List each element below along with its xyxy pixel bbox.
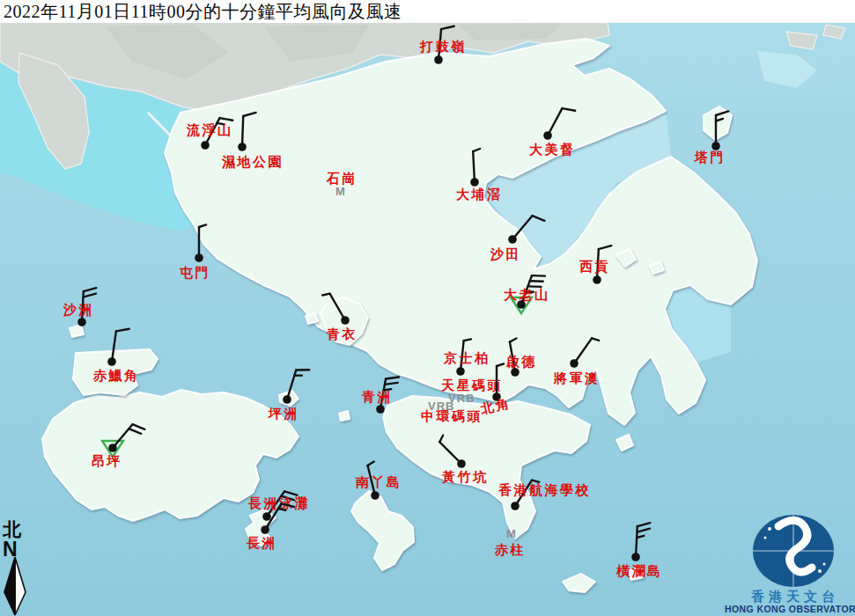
hko-logo-chinese-name: 香港天文台 xyxy=(750,589,839,604)
station-label: 沙洲 xyxy=(63,303,94,317)
station-dot xyxy=(261,525,269,534)
station-dot xyxy=(371,491,380,500)
station-label: 大美督 xyxy=(529,142,576,157)
station-marker-m: M xyxy=(506,527,517,540)
hko-logo-english-name: HONG KONG OBSERVATORY xyxy=(725,604,855,614)
station-label: 香港航海學校 xyxy=(498,482,591,497)
station-dot xyxy=(434,55,443,64)
map-title-bar: 2022年11月01日11時00分的十分鐘平均風向及風速 xyxy=(0,0,855,23)
station-dot xyxy=(201,141,210,150)
station-label: 青洲 xyxy=(361,390,393,404)
hko-logo-halftone-dot xyxy=(818,569,822,573)
station-label: 昂坪 xyxy=(92,454,122,468)
station-label: 青衣 xyxy=(326,326,357,341)
station-label: 赤鱲角 xyxy=(92,369,140,383)
station-dot xyxy=(77,318,86,326)
station-label: 將軍澳 xyxy=(553,371,601,385)
station-label: 黃竹坑 xyxy=(441,470,489,484)
wind-barb-full xyxy=(528,286,542,287)
hko-logo-halftone-dot xyxy=(764,537,767,539)
wind-barb-shaft xyxy=(242,116,243,147)
station-dot xyxy=(108,444,117,452)
station-label: 大埔滘 xyxy=(456,187,503,202)
station-label: 京士柏 xyxy=(443,351,490,365)
map-title: 2022年11月01日11時00分的十分鐘平均風向及風速 xyxy=(0,0,402,24)
station-label: 屯門 xyxy=(179,266,210,280)
station-label: 石崗 xyxy=(326,172,357,186)
station-label: 啟德 xyxy=(505,355,537,369)
station-dot xyxy=(511,368,520,377)
station-label: 西貢 xyxy=(579,260,610,275)
station-label: 赤柱 xyxy=(494,543,526,557)
station-label: 大老山 xyxy=(504,288,550,302)
station-label: 南丫島 xyxy=(355,475,402,489)
station-label: 流浮山 xyxy=(186,122,233,137)
hk-wind-map-canvas: 打鼓嶺流浮山濕地公園石崗M大美督塔門大埔滘沙田西貢大老山屯門沙洲赤鱲角青衣青洲京… xyxy=(0,0,855,616)
land-ma-wan xyxy=(306,313,318,324)
station-dot xyxy=(711,142,720,150)
hong-kong-map: 打鼓嶺流浮山濕地公園石崗M大美督塔門大埔滘沙田西貢大老山屯門沙洲赤鱲角青衣青洲京… xyxy=(0,0,855,616)
station-label: 沙田 xyxy=(490,247,521,261)
wind-barb-full xyxy=(530,281,543,282)
station-dot xyxy=(631,553,640,561)
station-dot xyxy=(570,359,579,368)
station-dot xyxy=(283,395,291,404)
station-dot xyxy=(511,502,520,510)
station-dot xyxy=(543,131,552,140)
station-dot xyxy=(262,512,271,521)
station-dot xyxy=(593,275,601,284)
land-kau-yi-chau xyxy=(339,411,350,421)
station-dot xyxy=(457,459,466,468)
station-dot xyxy=(470,178,479,187)
station-dot xyxy=(238,143,247,151)
station-label: 橫瀾島 xyxy=(615,564,663,578)
station-label: 濕地公園 xyxy=(221,155,284,169)
hko-logo-halftone-dot xyxy=(823,563,826,566)
hko-logo-halftone-dot xyxy=(768,527,771,531)
station-label: 長洲 xyxy=(246,536,277,550)
station-marker-vrb: VRB xyxy=(428,400,454,413)
station-dot xyxy=(341,316,350,325)
station-label: 天星碼頭 xyxy=(440,378,503,392)
station-dot xyxy=(508,235,517,244)
wind-barb-full xyxy=(532,275,545,276)
station-dot xyxy=(376,405,385,414)
station-dot xyxy=(195,253,203,262)
station-label: 坪洲 xyxy=(268,407,299,421)
station-dot xyxy=(456,367,465,376)
station-label: 打鼓嶺 xyxy=(419,40,467,54)
station-label: 塔門 xyxy=(694,150,726,165)
station-marker-m: M xyxy=(335,185,346,198)
station-dot xyxy=(107,357,116,366)
